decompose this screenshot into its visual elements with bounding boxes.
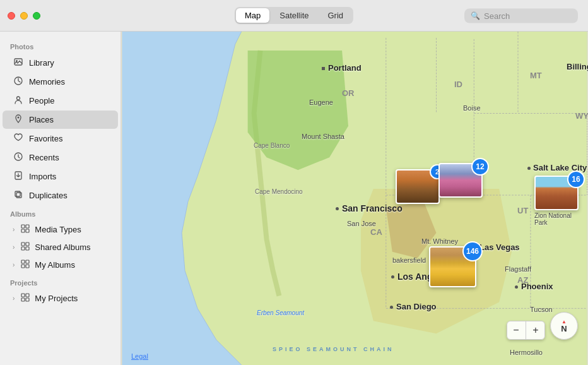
places-icon xyxy=(13,114,24,126)
svg-rect-21 xyxy=(21,294,25,297)
sidebar-item-memories[interactable]: Memories xyxy=(3,73,118,91)
cluster-16-badge: 16 xyxy=(567,171,585,188)
imports-label: Imports xyxy=(29,172,56,181)
places-label: Places xyxy=(29,115,54,124)
close-button[interactable] xyxy=(8,12,15,20)
media-types-chevron: › xyxy=(13,226,15,233)
sidebar-item-recents[interactable]: Recents xyxy=(3,148,118,167)
sidebar-item-imports[interactable]: Imports xyxy=(3,167,118,186)
my-projects-chevron: › xyxy=(13,295,15,302)
compass-n-label: N xyxy=(561,325,567,333)
imports-icon xyxy=(13,171,24,182)
svg-rect-17 xyxy=(21,260,25,263)
svg-point-3 xyxy=(17,97,20,100)
grid-view-button[interactable]: Grid xyxy=(319,8,352,23)
people-icon xyxy=(13,95,24,107)
favorites-label: Favorites xyxy=(29,134,62,143)
photo-cluster-canyon[interactable]: 16 xyxy=(534,176,579,210)
my-albums-chevron: › xyxy=(13,261,15,268)
photo-cluster-yellow-person[interactable]: 146 xyxy=(429,246,476,287)
sidebar-item-shared-albums[interactable]: › Shared Albums xyxy=(3,239,118,256)
svg-point-1 xyxy=(16,60,18,62)
svg-rect-22 xyxy=(26,294,29,297)
traffic-lights xyxy=(8,12,40,20)
svg-rect-18 xyxy=(26,260,29,263)
sidebar: Photos Library Memories xyxy=(0,32,121,365)
sidebar-item-places[interactable]: Places xyxy=(3,111,118,129)
search-box[interactable]: 🔍 Search xyxy=(464,8,578,23)
albums-section-label: Albums xyxy=(0,205,121,220)
my-projects-icon xyxy=(20,293,31,304)
legal-link[interactable]: Legal xyxy=(131,352,148,360)
map-view-button[interactable]: Map xyxy=(236,8,269,23)
zoom-in-button[interactable]: + xyxy=(527,321,544,339)
svg-rect-10 xyxy=(26,225,29,228)
people-label: People xyxy=(29,96,54,105)
svg-rect-12 xyxy=(26,229,29,232)
maximize-button[interactable] xyxy=(33,12,40,20)
my-albums-icon xyxy=(20,260,31,270)
svg-rect-20 xyxy=(26,265,29,268)
sidebar-item-people[interactable]: People xyxy=(3,92,118,110)
view-toggle: Map Satellite Grid xyxy=(235,7,353,24)
duplicates-label: Duplicates xyxy=(29,191,68,200)
sidebar-item-library[interactable]: Library xyxy=(3,54,118,72)
svg-rect-14 xyxy=(26,242,29,246)
sidebar-item-media-types[interactable]: › Media Types xyxy=(3,221,118,238)
sidebar-item-duplicates[interactable]: Duplicates xyxy=(3,186,118,205)
library-icon xyxy=(13,57,24,69)
svg-rect-11 xyxy=(21,229,25,232)
photo-cluster-sunset[interactable]: 2 xyxy=(396,169,440,204)
shared-albums-icon xyxy=(20,242,31,253)
sidebar-item-my-projects[interactable]: › My Projects xyxy=(3,290,118,307)
compass[interactable]: ▲ N xyxy=(550,312,578,340)
sf-dot xyxy=(336,207,339,210)
search-input[interactable]: Search xyxy=(484,11,572,20)
svg-rect-8 xyxy=(15,191,20,196)
memories-label: Memories xyxy=(29,77,65,87)
media-types-icon xyxy=(20,224,31,235)
recents-label: Recents xyxy=(29,153,59,162)
svg-rect-15 xyxy=(21,247,25,250)
cluster-146-badge: 146 xyxy=(462,241,483,261)
svg-rect-16 xyxy=(26,247,29,250)
my-projects-label: My Projects xyxy=(35,294,78,303)
recents-icon xyxy=(13,152,24,164)
svg-rect-19 xyxy=(21,265,25,268)
shared-albums-chevron: › xyxy=(13,244,15,251)
duplicates-icon xyxy=(13,189,24,201)
svg-point-4 xyxy=(18,117,20,119)
sidebar-item-my-albums[interactable]: › My Albums xyxy=(3,256,118,273)
cluster-12-badge: 12 xyxy=(471,158,489,176)
zoom-out-button[interactable]: − xyxy=(507,321,525,339)
favorites-icon xyxy=(13,133,24,145)
zoom-controls: − + xyxy=(507,321,545,340)
la-dot xyxy=(391,275,394,278)
shared-albums-label: Shared Albums xyxy=(35,242,90,252)
projects-section-label: Projects xyxy=(0,274,121,289)
search-icon: 🔍 xyxy=(471,11,480,20)
media-types-label: Media Types xyxy=(35,225,81,234)
portland-dot xyxy=(322,67,325,70)
svg-rect-23 xyxy=(21,298,25,301)
main-content: Photos Library Memories xyxy=(0,32,588,365)
svg-rect-9 xyxy=(21,225,25,228)
photo-cluster-pink-person[interactable]: 12 xyxy=(438,163,483,198)
library-label: Library xyxy=(29,58,54,68)
view-toggle-group: Map Satellite Grid xyxy=(235,7,353,24)
my-albums-label: My Albums xyxy=(35,260,75,270)
minimize-button[interactable] xyxy=(20,12,28,20)
memories-icon xyxy=(13,76,24,88)
slc-dot xyxy=(527,167,531,170)
svg-rect-7 xyxy=(16,193,21,198)
phoenix-dot xyxy=(515,285,518,289)
sd-dot xyxy=(390,306,393,309)
sidebar-item-favorites[interactable]: Favorites xyxy=(3,129,118,148)
svg-rect-13 xyxy=(21,242,25,246)
satellite-view-button[interactable]: Satellite xyxy=(271,8,317,23)
title-bar: Map Satellite Grid 🔍 Search xyxy=(0,0,588,32)
svg-rect-24 xyxy=(26,298,29,301)
map-background xyxy=(121,32,588,365)
photos-section-label: Photos xyxy=(0,38,121,53)
map-area[interactable]: Portland Eugene Cape Blanco Cape Mendoci… xyxy=(121,32,588,365)
